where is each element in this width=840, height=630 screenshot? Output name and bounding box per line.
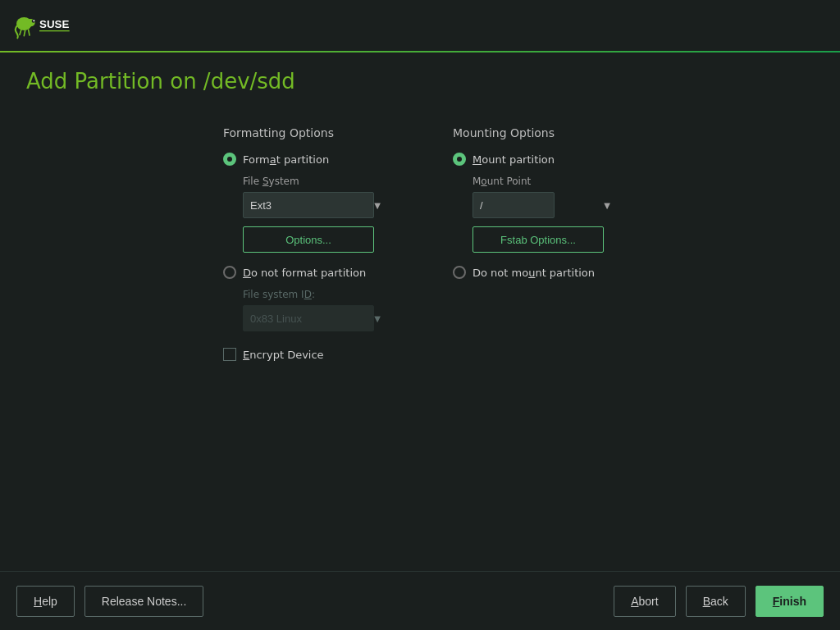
encrypt-device-label[interactable]: Encrypt Device: [243, 349, 324, 361]
encrypt-device-checkbox[interactable]: [223, 348, 236, 361]
svg-text:SUSE: SUSE: [39, 18, 69, 30]
abort-button[interactable]: Abort: [614, 586, 675, 617]
finish-button[interactable]: Finish: [756, 586, 824, 617]
do-not-format-label: Do not format partition: [243, 267, 366, 279]
file-system-label: File System: [243, 176, 387, 187]
encrypt-device-row[interactable]: Encrypt Device: [223, 348, 387, 361]
svg-point-3: [33, 20, 34, 21]
file-system-id-arrow-icon: ▼: [374, 314, 381, 323]
footer: Help Release Notes... Abort Back Finish: [0, 571, 840, 630]
main-content: Add Partition on /dev/sdd Formatting Opt…: [0, 52, 840, 571]
do-not-mount-label: Do not mount partition: [472, 267, 595, 279]
mount-partition-label: Mount partition: [472, 153, 555, 166]
file-system-id-label: File system ID:: [243, 289, 387, 300]
mount-point-arrow-icon: ▼: [604, 201, 610, 210]
file-system-select-wrapper: Ext3 Ext2 Ext4 Btrfs XFS FAT NTFS Swap ▼: [243, 192, 387, 218]
format-partition-radio-row[interactable]: Format partition: [223, 153, 387, 166]
mounting-options-section: Mounting Options Mount partition Mount P…: [453, 126, 617, 289]
mount-point-select[interactable]: / /boot /home /tmp /usr /var swap: [472, 192, 555, 218]
header: SUSE: [0, 0, 840, 52]
do-not-mount-radio-row[interactable]: Do not mount partition: [453, 266, 617, 279]
do-not-mount-radio[interactable]: [453, 266, 466, 279]
formatting-section-title: Formatting Options: [223, 126, 387, 139]
do-not-format-radio[interactable]: [223, 266, 236, 279]
fstab-options-button[interactable]: Fstab Options...: [472, 226, 604, 253]
mount-point-select-wrapper: / /boot /home /tmp /usr /var swap ▼: [472, 192, 617, 218]
options-button[interactable]: Options...: [243, 226, 374, 253]
file-system-select-arrow-icon: ▼: [374, 201, 381, 210]
svg-rect-5: [39, 30, 70, 31]
suse-logo: SUSE: [13, 9, 79, 42]
mounting-section-title: Mounting Options: [453, 126, 617, 139]
format-partition-radio[interactable]: [223, 153, 236, 166]
footer-right-buttons: Abort Back Finish: [614, 586, 824, 617]
file-system-id-select[interactable]: 0x83 Linux 0x82 Linux swap 0x8e Linux LV…: [243, 305, 374, 331]
format-partition-label: Format partition: [243, 153, 329, 166]
mount-partition-radio[interactable]: [453, 153, 466, 166]
file-system-select[interactable]: Ext3 Ext2 Ext4 Btrfs XFS FAT NTFS Swap: [243, 192, 374, 218]
footer-left-buttons: Help Release Notes...: [16, 586, 203, 617]
formatting-options-section: Formatting Options Format partition File…: [223, 126, 387, 361]
help-button[interactable]: Help: [16, 586, 75, 617]
do-not-format-radio-row[interactable]: Do not format partition: [223, 266, 387, 279]
back-button[interactable]: Back: [686, 586, 746, 617]
suse-logo-image: SUSE: [13, 9, 79, 42]
release-notes-button[interactable]: Release Notes...: [84, 586, 204, 617]
mount-point-label: Mount Point: [472, 176, 617, 187]
page-title: Add Partition on /dev/sdd: [26, 69, 814, 94]
form-container: Formatting Options Format partition File…: [26, 126, 814, 361]
file-system-id-select-wrapper: 0x83 Linux 0x82 Linux swap 0x8e Linux LV…: [243, 305, 387, 331]
mount-partition-radio-row[interactable]: Mount partition: [453, 153, 617, 166]
